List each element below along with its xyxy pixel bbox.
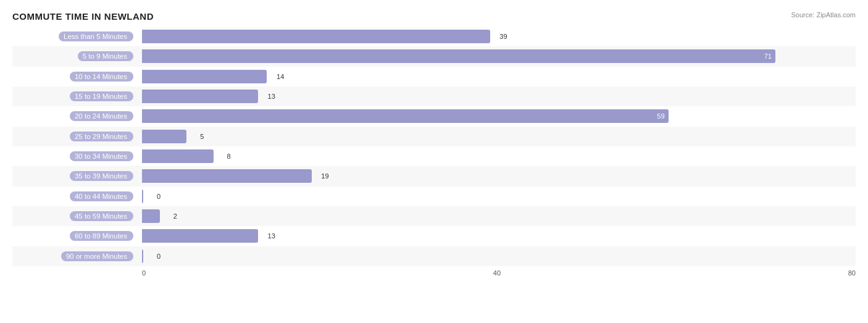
bar-row: Less than 5 Minutes39 (12, 27, 856, 46)
x-label-80: 80 (848, 269, 856, 277)
bar-label: 40 to 44 Minutes (12, 191, 142, 201)
bar-label-pill: 10 to 14 Minutes (70, 72, 133, 82)
bar-value: 0 (157, 253, 161, 260)
bar-fill: 8 (142, 149, 214, 163)
bar-value: 14 (277, 73, 284, 80)
bar-fill: 2 (142, 209, 160, 223)
bar-fill: 13 (142, 229, 258, 243)
bar-value: 5 (200, 133, 204, 140)
bar-row: 10 to 14 Minutes14 (12, 67, 856, 86)
bar-label: Less than 5 Minutes (12, 31, 142, 41)
bar-fill: 5 (142, 130, 186, 143)
bar-track: 59 (142, 109, 856, 123)
bar-track: 8 (142, 149, 856, 163)
bar-value: 13 (268, 93, 275, 100)
bar-value: 13 (268, 232, 275, 240)
bar-label-pill: 40 to 44 Minutes (70, 191, 133, 201)
bar-track: 13 (142, 90, 856, 103)
bar-label-pill: 5 to 9 Minutes (78, 51, 133, 61)
bar-value: 0 (157, 193, 161, 200)
bar-row: 90 or more Minutes0 (12, 246, 856, 266)
bar-row: 40 to 44 Minutes0 (12, 187, 856, 206)
bar-label-pill: 45 to 59 Minutes (70, 211, 133, 221)
bar-label: 10 to 14 Minutes (12, 72, 142, 82)
bar-label: 45 to 59 Minutes (12, 211, 142, 221)
bar-value: 39 (499, 33, 507, 40)
bar-row: 25 to 29 Minutes5 (12, 127, 856, 146)
bar-label-pill: 90 or more Minutes (61, 251, 133, 261)
bar-label-pill: 15 to 19 Minutes (70, 91, 133, 101)
chart-title: COMMUTE TIME IN NEWLAND (12, 11, 856, 22)
bar-label-pill: 20 to 24 Minutes (70, 111, 133, 121)
bar-label: 5 to 9 Minutes (12, 51, 142, 61)
bar-fill: 19 (142, 169, 312, 183)
x-label-0: 0 (142, 269, 146, 277)
bar-row: 20 to 24 Minutes59 (12, 106, 856, 126)
bar-label: 60 to 89 Minutes (12, 231, 142, 241)
bar-track: 14 (142, 70, 856, 83)
bar-row: 30 to 34 Minutes8 (12, 146, 856, 166)
bar-label: 25 to 29 Minutes (12, 132, 142, 141)
bar-value: 71 (764, 52, 772, 60)
bar-label: 35 to 39 Minutes (12, 171, 142, 181)
bar-label-pill: 35 to 39 Minutes (70, 171, 133, 181)
bar-label: 90 or more Minutes (12, 251, 142, 261)
bar-row: 35 to 39 Minutes19 (12, 166, 856, 186)
bar-track: 13 (142, 229, 856, 243)
bar-row: 15 to 19 Minutes13 (12, 86, 856, 106)
bar-value: 2 (173, 212, 177, 220)
bar-track: 5 (142, 130, 856, 143)
bar-track: 0 (142, 190, 856, 203)
bar-fill: 0 (142, 250, 143, 263)
bar-row: 5 to 9 Minutes71 (12, 46, 856, 66)
x-axis: 0 40 80 (142, 266, 856, 280)
bar-value: 59 (657, 112, 664, 120)
bar-label-pill: 25 to 29 Minutes (70, 132, 133, 141)
bar-label-pill: 30 to 34 Minutes (70, 151, 133, 161)
bar-row: 45 to 59 Minutes2 (12, 206, 856, 226)
x-label-40: 40 (493, 269, 501, 277)
bar-fill: 59 (142, 109, 669, 123)
bar-label: 20 to 24 Minutes (12, 111, 142, 121)
bar-track: 39 (142, 30, 856, 43)
bar-fill: 71 (142, 49, 775, 63)
bar-fill: 0 (142, 190, 143, 203)
bar-fill: 13 (142, 90, 258, 103)
bar-label-pill: 60 to 89 Minutes (70, 231, 133, 241)
bar-fill: 39 (142, 30, 490, 43)
bars-grid: Less than 5 Minutes395 to 9 Minutes7110 … (12, 27, 856, 266)
bar-value: 8 (227, 153, 230, 160)
bar-label: 15 to 19 Minutes (12, 91, 142, 101)
bar-fill: 14 (142, 70, 267, 83)
chart-container: COMMUTE TIME IN NEWLAND Source: ZipAtlas… (0, 0, 868, 323)
bar-track: 71 (142, 49, 856, 63)
bar-value: 19 (321, 172, 328, 180)
source-label: Source: ZipAtlas.com (791, 11, 856, 19)
bar-label: 30 to 34 Minutes (12, 151, 142, 161)
bar-track: 0 (142, 250, 856, 263)
bar-row: 60 to 89 Minutes13 (12, 226, 856, 246)
bar-track: 19 (142, 169, 856, 183)
bar-track: 2 (142, 209, 856, 223)
chart-area: Less than 5 Minutes395 to 9 Minutes7110 … (12, 27, 856, 280)
bar-label-pill: Less than 5 Minutes (59, 31, 133, 41)
